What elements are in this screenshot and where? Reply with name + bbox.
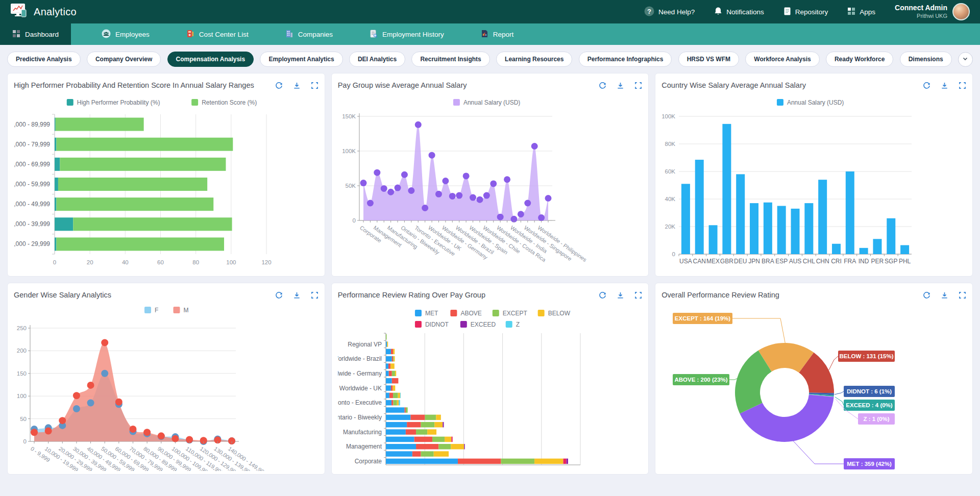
svg-text:120: 120 xyxy=(261,259,271,265)
pill-predictive-analysis[interactable]: Predictive Analysis xyxy=(7,52,81,67)
pills-expand-button[interactable] xyxy=(958,52,973,67)
tab-dashboard[interactable]: Dashboard xyxy=(0,23,71,45)
tab-companies[interactable]: Companies xyxy=(273,23,345,45)
tab-employment-history[interactable]: Employment History xyxy=(357,23,456,45)
pill-dimensions[interactable]: Dimensions xyxy=(900,52,952,67)
tab-employees[interactable]: Employees xyxy=(89,23,162,45)
svg-text:AUS: AUS xyxy=(789,258,802,265)
download-icon[interactable] xyxy=(293,82,301,89)
svg-text:CAN: CAN xyxy=(693,258,706,265)
fullscreen-icon[interactable] xyxy=(311,291,318,299)
pill-company-overview[interactable]: Company Overview xyxy=(87,52,161,67)
chart-area: High Performer Probability (%)Retention … xyxy=(14,92,318,275)
employment-history-icon xyxy=(370,29,378,40)
svg-text:GBR: GBR xyxy=(720,258,733,265)
tab-cost-center-list[interactable]: Cost Center List xyxy=(174,23,261,45)
svg-text:0: 0 xyxy=(53,259,56,265)
download-icon[interactable] xyxy=(941,291,948,299)
card-overall-performance: Overall Performance Review RatingEXCEPT … xyxy=(655,283,973,475)
download-icon[interactable] xyxy=(617,291,624,299)
tab-label: Employees xyxy=(115,31,150,38)
top-right-menu: ? Need Help? Notifications Repository Ap… xyxy=(644,3,970,20)
pill-recruitment-insights[interactable]: Recruitment Insights xyxy=(411,52,489,67)
pill-ready-workforce[interactable]: Ready Workforce xyxy=(826,52,893,67)
svg-text:Retention Score (%): Retention Score (%) xyxy=(202,99,257,106)
svg-text:Toronto - Executive: Toronto - Executive xyxy=(338,399,382,406)
refresh-icon[interactable] xyxy=(275,291,283,299)
svg-text:50,000 - 59,999: 50,000 - 59,999 xyxy=(14,181,50,188)
dashboard-grid: High Performer Probability And Retention… xyxy=(7,73,973,475)
svg-text:BRA: BRA xyxy=(762,258,774,265)
fullscreen-icon[interactable] xyxy=(311,82,318,89)
svg-text:Annual Salary (USD): Annual Salary (USD) xyxy=(787,99,844,106)
tab-report[interactable]: Report xyxy=(469,23,526,45)
pill-employment-analytics[interactable]: Employment Analytics xyxy=(260,52,342,67)
card-actions xyxy=(599,291,642,299)
refresh-icon[interactable] xyxy=(923,82,930,89)
svg-text:100K: 100K xyxy=(342,148,356,154)
app-title: Analytico xyxy=(34,6,77,18)
card-header: Gender Wise Salary Analytics xyxy=(14,288,318,302)
svg-text:100: 100 xyxy=(17,393,27,399)
card-header: High Performer Probability And Retention… xyxy=(14,79,318,92)
card-gender-salary: Gender Wise Salary AnalyticsFM0501001502… xyxy=(7,283,325,475)
svg-text:M: M xyxy=(184,307,189,314)
fullscreen-icon[interactable] xyxy=(634,82,642,89)
card-actions xyxy=(275,82,318,89)
svg-text:100: 100 xyxy=(226,259,236,265)
pill-workforce-analysis[interactable]: Workforce Analysis xyxy=(745,52,819,67)
fullscreen-icon[interactable] xyxy=(959,291,966,299)
repository-button[interactable]: Repository xyxy=(783,7,828,17)
pill-learning-resources[interactable]: Learning Resources xyxy=(496,52,572,67)
companies-icon xyxy=(285,29,293,40)
svg-text:CHN: CHN xyxy=(816,258,829,265)
svg-text:100K: 100K xyxy=(662,113,675,119)
refresh-icon[interactable] xyxy=(923,291,930,299)
need-help-button[interactable]: ? Need Help? xyxy=(644,6,695,18)
svg-text:Corporate: Corporate xyxy=(354,458,382,465)
apps-button[interactable]: Apps xyxy=(847,7,875,17)
download-icon[interactable] xyxy=(293,291,301,299)
app-logo-icon xyxy=(10,3,28,21)
svg-text:MET: MET xyxy=(425,310,438,317)
svg-text:CRI: CRI xyxy=(831,258,842,265)
svg-text:EXCEPT : 164 (19%): EXCEPT : 164 (19%) xyxy=(675,315,730,321)
card-high-performer-retention: High Performer Probability And Retention… xyxy=(7,73,325,277)
card-header: Overall Performance Review Rating xyxy=(662,288,966,302)
svg-text:EXCEED: EXCEED xyxy=(470,321,496,328)
card-title: Overall Performance Review Rating xyxy=(662,291,779,299)
svg-text:200: 200 xyxy=(17,348,27,354)
card-header: Country Wise Salary Average Annual Salar… xyxy=(662,79,966,92)
svg-text:Worldwide - Brazil: Worldwide - Brazil xyxy=(338,355,382,362)
tab-label: Cost Center List xyxy=(199,31,249,38)
svg-text:0: 0 xyxy=(672,251,675,257)
bell-icon xyxy=(714,7,722,17)
refresh-icon[interactable] xyxy=(599,82,606,89)
pill-hrsd-vs-wfm[interactable]: HRSD VS WFM xyxy=(678,52,739,67)
notifications-button[interactable]: Notifications xyxy=(714,7,764,17)
svg-text:USA: USA xyxy=(679,258,692,265)
download-icon[interactable] xyxy=(617,82,624,89)
fullscreen-icon[interactable] xyxy=(959,82,966,89)
user-menu[interactable]: Connect Admin Prithwi UKG xyxy=(895,3,970,20)
svg-text:DEU: DEU xyxy=(734,258,747,265)
card-title: Performance Review Rating Over Pay Group xyxy=(338,291,485,299)
refresh-icon[interactable] xyxy=(599,291,606,299)
fullscreen-icon[interactable] xyxy=(634,291,642,299)
svg-text:ABOVE: ABOVE xyxy=(460,310,481,317)
svg-text:CHL: CHL xyxy=(803,258,815,265)
download-icon[interactable] xyxy=(941,82,948,89)
avatar[interactable] xyxy=(952,3,970,20)
svg-text:60: 60 xyxy=(157,259,164,265)
pill-dei-analytics[interactable]: DEI Analytics xyxy=(349,52,405,67)
svg-text:IND: IND xyxy=(859,258,869,265)
tab-label: Report xyxy=(493,31,514,38)
card-title: Gender Wise Salary Analytics xyxy=(14,291,111,299)
refresh-icon[interactable] xyxy=(275,82,283,89)
pill-performance-infographics[interactable]: Performance Infographics xyxy=(579,52,672,67)
brand: Analytico xyxy=(10,3,77,21)
svg-text:DIDNOT: DIDNOT xyxy=(425,321,449,328)
svg-text:Ontario - Biweekly: Ontario - Biweekly xyxy=(338,414,382,421)
pill-compensation-analysis[interactable]: Compensation Analysis xyxy=(167,52,254,67)
svg-text:30,000 - 39,999: 30,000 - 39,999 xyxy=(14,220,50,228)
